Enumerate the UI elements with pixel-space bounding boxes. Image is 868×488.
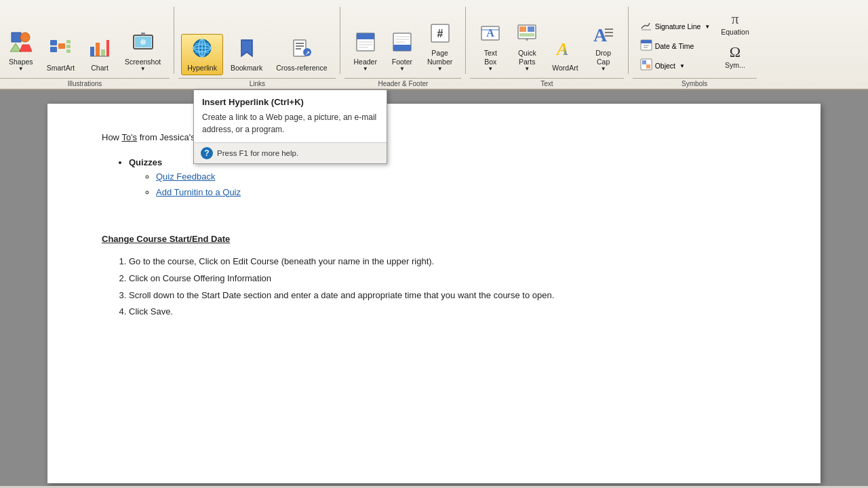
footer-icon (391, 31, 413, 56)
shapes-label: Shapes (9, 58, 33, 66)
wordart-label: WordArt (552, 64, 578, 73)
dropcap-arrow: ▼ (601, 66, 606, 72)
screenshot-label: Screenshot (125, 58, 161, 66)
tooltip-help: ? Press F1 for more help. (194, 142, 387, 163)
svg-rect-5 (50, 47, 57, 52)
step-2: Click on Course Offering Information (129, 272, 780, 286)
header-footer-group: Header ▼ Footer ▼ (344, 5, 461, 75)
object-label: Object (655, 62, 675, 70)
footer-button[interactable]: Footer ▼ (384, 28, 420, 76)
datetime-icon (640, 39, 652, 54)
links-group: Hyperlink Bookmark (178, 5, 336, 75)
equation-label: Equation (721, 28, 749, 37)
screenshot-arrow: ▼ (140, 66, 146, 72)
document-page: How To's from Jessica's Emails Quizzes Q… (47, 104, 821, 483)
svg-rect-10 (90, 47, 94, 56)
svg-marker-3 (20, 45, 32, 52)
dropcap-icon: A (593, 22, 614, 47)
svg-rect-48 (519, 33, 534, 37)
bookmark-button[interactable]: Bookmark (224, 34, 269, 76)
pagenumber-icon: # (429, 22, 451, 47)
quiz-feedback-link[interactable]: Quiz Feedback (156, 171, 215, 182)
smartart-button[interactable]: SmartArt (41, 34, 81, 76)
svg-rect-6 (58, 43, 65, 49)
dropcap-button[interactable]: A DropCap ▼ (586, 19, 621, 75)
signatureline-arrow: ▼ (705, 24, 710, 30)
svg-rect-8 (66, 45, 71, 48)
svg-rect-4 (50, 40, 57, 45)
doc-ordered-list: Go to the course, Click on Edit Course (… (129, 255, 780, 319)
chart-button[interactable]: Chart (82, 34, 117, 76)
smartart-label: SmartArt (47, 64, 75, 73)
list-item-quiz-feedback: Quiz Feedback (156, 170, 780, 184)
symbol-icon: Ω (730, 45, 741, 60)
svg-text:↗: ↗ (304, 50, 309, 56)
tooltip-title: Insert Hyperlink (Ctrl+K) (194, 90, 387, 111)
svg-rect-31 (357, 33, 374, 39)
shapes-button[interactable]: Shapes ▼ (3, 28, 39, 76)
svg-rect-9 (66, 49, 71, 53)
textbox-arrow: ▼ (488, 66, 493, 72)
equation-button[interactable]: π Equation (716, 8, 753, 40)
symbol-button[interactable]: Ω Sym... (716, 41, 753, 73)
footer-label: Footer (392, 58, 412, 66)
object-icon (640, 58, 652, 73)
step-1: Go to the course, Click on Edit Course (… (129, 255, 780, 269)
text-group: A TextBox ▼ QuickParts (470, 5, 623, 75)
quickparts-button[interactable]: QuickParts ▼ (509, 19, 545, 75)
svg-text:A: A (487, 27, 495, 39)
headerfooter-label: Header & Footer (344, 78, 461, 87)
hyperlink-icon (191, 37, 213, 62)
wordart-button[interactable]: A WordArt (546, 34, 584, 76)
svg-rect-12 (101, 49, 105, 56)
wordart-icon: A (554, 37, 576, 62)
svg-rect-13 (106, 40, 109, 56)
hyperlink-button[interactable]: Hyperlink (181, 34, 223, 76)
hyperlink-label: Hyperlink (187, 64, 217, 73)
add-turnitin-link[interactable]: Add Turnitin to a Quiz (156, 187, 241, 197)
textbox-label: TextBox (484, 49, 497, 66)
datetime-button[interactable]: Date & Time (635, 37, 715, 56)
screenshot-button[interactable]: Screenshot ▼ (119, 28, 167, 76)
svg-text:A: A (555, 39, 568, 59)
crossref-button[interactable]: ↗ Cross-reference (270, 34, 333, 76)
shapes-icon (10, 31, 32, 56)
svg-text:A: A (593, 24, 608, 44)
datetime-label: Date & Time (655, 42, 694, 50)
signatureline-icon (640, 19, 652, 34)
pagenumber-arrow: ▼ (437, 66, 443, 72)
crossref-icon: ↗ (291, 37, 313, 62)
equation-icon: π (731, 12, 738, 26)
document-area[interactable]: How To's from Jessica's Emails Quizzes Q… (0, 90, 868, 486)
smartart-icon (50, 37, 71, 62)
object-arrow: ▼ (679, 63, 685, 69)
symbols-label: Symbols (633, 78, 757, 87)
pagenumber-button[interactable]: # PageNumber ▼ (421, 19, 458, 75)
symbols-group: Signature Line ▼ Date & Time (633, 5, 757, 75)
header-button[interactable]: Header ▼ (347, 28, 382, 76)
svg-rect-11 (96, 43, 100, 56)
bookmark-label: Bookmark (231, 64, 262, 73)
illustrations-label: Illustrations (0, 78, 170, 87)
textbox-button[interactable]: A TextBox ▼ (473, 19, 508, 75)
object-button[interactable]: Object ▼ (635, 56, 715, 75)
header-icon (355, 31, 376, 56)
screenshot-icon (132, 31, 154, 56)
symbols-stacked: Signature Line ▼ Date & Time (635, 17, 715, 75)
svg-text:#: # (437, 28, 443, 39)
section-heading: Change Course Start/End Date (102, 232, 780, 247)
svg-marker-2 (10, 43, 21, 52)
chart-icon (89, 37, 111, 62)
pagenumber-label: PageNumber (427, 49, 452, 66)
shapes-arrow: ▼ (18, 66, 24, 72)
svg-point-17 (140, 39, 146, 45)
svg-rect-61 (642, 60, 646, 64)
svg-rect-46 (519, 26, 526, 32)
ribbon: Shapes ▼ SmartArt (0, 0, 868, 90)
illustrations-group: Shapes ▼ SmartArt (0, 5, 170, 75)
quickparts-arrow: ▼ (524, 66, 530, 72)
svg-rect-7 (66, 40, 71, 43)
signatureline-button[interactable]: Signature Line ▼ (635, 17, 715, 36)
step-3: Scroll down to the Start Date section an… (129, 289, 780, 303)
hyperlink-tooltip: Insert Hyperlink (Ctrl+K) Create a link … (193, 89, 387, 164)
